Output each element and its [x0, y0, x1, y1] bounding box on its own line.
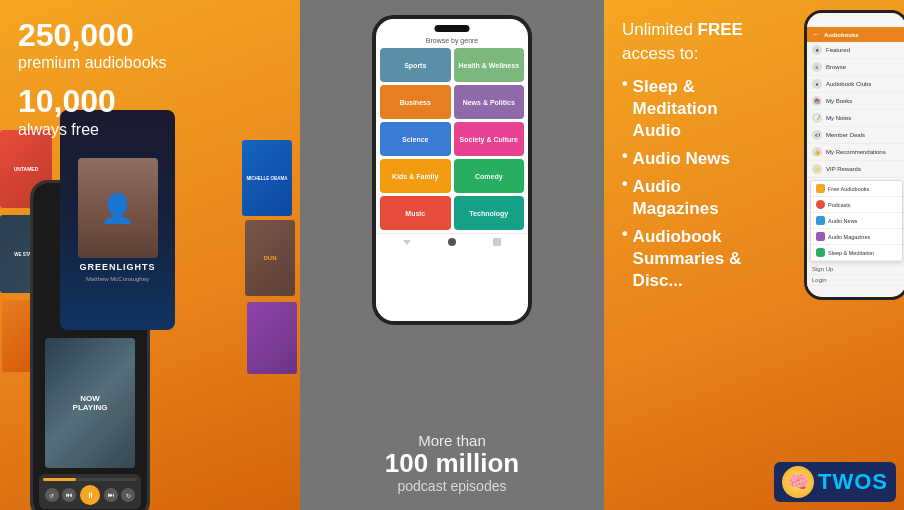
control-row: ↺ ⏮ ⏸ ⏭ ↻ — [43, 485, 138, 505]
panel-middle: Browse by genre Sports Health & Wellness… — [300, 0, 604, 510]
player-controls: ↺ ⏮ ⏸ ⏭ ↻ — [39, 474, 142, 509]
genre-science[interactable]: Science — [380, 122, 451, 156]
genre-sports[interactable]: Sports — [380, 48, 451, 82]
feature-item-summaries: AudiobookSummaries &Disc... — [622, 226, 890, 292]
skip-back-button[interactable]: ↺ — [45, 488, 59, 502]
nav-home — [448, 238, 456, 246]
greenlights-cover: 👤 GREENLIGHTS Matthew McConaughey — [60, 110, 175, 330]
stat2-number: 10,000 — [18, 84, 167, 119]
feature-item-magazines: AudioMagazines — [622, 176, 890, 220]
middle-top: Browse by genre Sports Health & Wellness… — [300, 0, 604, 420]
right-content: Unlimited FREE access to: Sleep &Meditat… — [604, 0, 904, 292]
access-word: access to: — [622, 44, 699, 63]
podcast-count: 100 million — [385, 449, 519, 478]
genre-tech[interactable]: Technology — [454, 196, 525, 230]
more-than-text: More than — [385, 432, 519, 449]
unlimited-headline: Unlimited FREE access to: — [622, 18, 890, 66]
browse-header: Browse by genre — [376, 37, 528, 44]
phone-middle-screen: Browse by genre Sports Health & Wellness… — [376, 19, 528, 321]
genre-kids[interactable]: Kids & Family — [380, 159, 451, 193]
phone-nav-bar — [376, 233, 528, 250]
stat1-subtitle: premium audiobooks — [18, 53, 167, 72]
panel-right: Unlimited FREE access to: Sleep &Meditat… — [604, 0, 904, 510]
free-word: FREE — [698, 20, 743, 39]
genre-comedy[interactable]: Comedy — [454, 159, 525, 193]
nav-recents — [493, 238, 501, 246]
genre-music[interactable]: Music — [380, 196, 451, 230]
middle-bottom: More than 100 million podcast episodes — [385, 420, 519, 510]
feature-item-sleep: Sleep &MeditationAudio — [622, 76, 890, 142]
unlimited-word: Unlimited — [622, 20, 693, 39]
prev-button[interactable]: ⏮ — [62, 488, 76, 502]
twos-brain-icon: 🧠 — [782, 466, 814, 498]
book-obama: MICHELLE OBAMA — [242, 140, 292, 216]
face-illustration: 👤 — [78, 158, 158, 258]
phone-middle-notch — [435, 25, 470, 32]
genre-news[interactable]: News & Politics — [454, 85, 525, 119]
playing-title: NOWPLAYING — [69, 390, 112, 416]
genre-health[interactable]: Health & Wellness — [454, 48, 525, 82]
left-headline: 250,000 premium audiobooks 10,000 always… — [18, 18, 167, 139]
genre-grid: Sports Health & Wellness Business News &… — [376, 48, 528, 230]
twos-label: TWOS — [818, 469, 888, 495]
skip-fwd-button[interactable]: ↻ — [121, 488, 135, 502]
stat1-number: 250,000 — [18, 18, 167, 53]
book-greenlights-title: GREENLIGHTS — [79, 262, 155, 272]
genre-business[interactable]: Business — [380, 85, 451, 119]
podcast-label: podcast episodes — [385, 478, 519, 494]
play-button[interactable]: ⏸ — [80, 485, 100, 505]
panel-left: 250,000 premium audiobooks 10,000 always… — [0, 0, 300, 510]
nav-back — [403, 240, 411, 245]
book-dune: DUN — [245, 220, 295, 296]
playing-book-cover: NOWPLAYING — [45, 338, 135, 468]
twos-badge: 🧠 TWOS — [774, 462, 896, 502]
genre-society[interactable]: Society & Culture — [454, 122, 525, 156]
book-misc2 — [247, 302, 297, 374]
next-button[interactable]: ⏭ — [104, 488, 118, 502]
feature-item-news: Audio News — [622, 148, 890, 170]
stat2-subtitle: always free — [18, 120, 167, 139]
phone-middle: Browse by genre Sports Health & Wellness… — [372, 15, 532, 325]
book-greenlights-author: Matthew McConaughey — [86, 276, 149, 282]
playback-progress — [43, 478, 138, 481]
progress-fill — [43, 478, 76, 481]
feature-list: Sleep &MeditationAudio Audio News AudioM… — [622, 76, 890, 293]
